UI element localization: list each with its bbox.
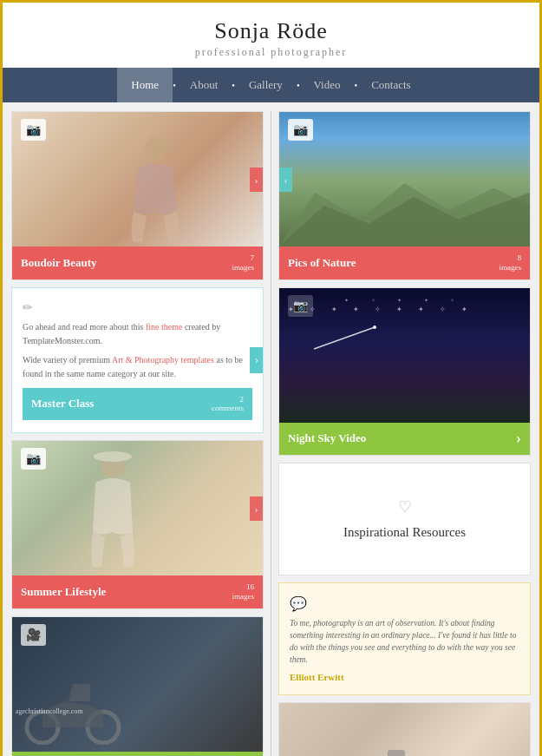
night-sky-title: Night Sky Video (288, 431, 366, 445)
master-class-arrow[interactable]: › (250, 347, 264, 373)
summer-card[interactable]: 📷 › Summer Lifestyle 16 images (11, 440, 264, 609)
nav-contacts[interactable]: Contacts (357, 68, 425, 102)
nature-title: Pics of Nature (288, 256, 356, 270)
main-content: 📷 › Boudoir Beauty 7 images ✏ Go ahead a… (3, 102, 539, 756)
nature-count: 8 images (500, 253, 522, 273)
nav-video[interactable]: Video (300, 68, 355, 102)
master-class-body1: Go ahead and read more about this fine t… (23, 320, 252, 348)
quote-card: 💬 To me, photography is an art of observ… (278, 582, 531, 695)
boudoir-title: Boudoir Beauty (21, 256, 97, 270)
coexisting-card[interactable]: 🎥 agechristiancollege.com Coexisting wit… (11, 616, 264, 756)
watermark: agechristiancollege.com (16, 707, 83, 715)
boudoir-arrow[interactable]: › (250, 168, 263, 192)
site-title: Sonja Röde (3, 18, 539, 44)
boudoir-card[interactable]: 📷 › Boudoir Beauty 7 images (11, 111, 264, 280)
camera-icon-nature: 📷 (288, 119, 313, 141)
new-project-card[interactable]: ‹ My new project › (278, 702, 531, 756)
quote-text: To me, photography is an art of observat… (290, 617, 519, 667)
svg-point-2 (94, 451, 132, 462)
boudoir-label: Boudoir Beauty 7 images (12, 247, 263, 279)
summer-arrow[interactable]: › (250, 496, 263, 521)
master-class-count: 2 comments (212, 395, 244, 414)
right-column: 📷 ‹ Pics of Nature 8 images 📷 (278, 111, 531, 756)
nav-gallery[interactable]: Gallery (235, 68, 297, 102)
master-class-card[interactable]: ✏ Go ahead and read more about this fine… (11, 287, 264, 434)
svg-point-8 (373, 325, 376, 329)
camera-icon-coexist: 🎥 (21, 624, 46, 646)
nav-about[interactable]: About (176, 68, 232, 102)
main-nav: Home ● About ● Gallery ● Video ● Contact… (3, 68, 539, 102)
camera-icon-boudoir: 📷 (21, 119, 46, 141)
pencil-icon: ✏ (23, 300, 252, 315)
master-class-title: Master Class (31, 397, 94, 411)
camera-icon-night: 📷 (288, 295, 313, 317)
heart-icon: ♡ (398, 497, 412, 516)
nature-arrow[interactable]: ‹ (279, 168, 292, 192)
night-sky-label: Night Sky Video › (279, 423, 530, 455)
master-class-body2: Wide variety of premium Art & Photograph… (23, 353, 252, 381)
inspirational-title: Inspirational Resources (343, 525, 466, 540)
boudoir-count: 7 images (232, 253, 255, 273)
site-header: Sonja Röde professional photographer (3, 3, 539, 68)
svg-point-0 (145, 137, 166, 161)
summer-count: 16 images (232, 582, 255, 602)
site-subtitle: professional photographer (3, 46, 539, 59)
nature-label: Pics of Nature 8 images (279, 247, 530, 279)
summer-title: Summer Lifestyle (21, 585, 106, 599)
master-class-label: Master Class 2 comments (23, 388, 252, 421)
svg-rect-13 (388, 750, 405, 756)
coexisting-label: Coexisting with Nature › (12, 752, 263, 756)
night-sky-arrow[interactable]: › (516, 430, 521, 448)
left-column: 📷 › Boudoir Beauty 7 images ✏ Go ahead a… (11, 111, 264, 756)
summer-label: Summer Lifestyle 16 images (12, 575, 263, 608)
nav-home[interactable]: Home (117, 68, 173, 102)
nature-card[interactable]: 📷 ‹ Pics of Nature 8 images (278, 111, 531, 280)
night-sky-card[interactable]: 📷 ✦ ✧ ✦ ✦ ✧ Night Sky Video › (278, 287, 531, 456)
camera-icon-summer: 📷 (21, 448, 46, 470)
bubble-icon: 💬 (290, 595, 519, 612)
quote-author: Elliott Erwitt (290, 672, 519, 682)
svg-line-7 (314, 327, 375, 349)
inspirational-card[interactable]: ♡ Inspirational Resources (278, 463, 531, 575)
column-divider (271, 111, 271, 756)
